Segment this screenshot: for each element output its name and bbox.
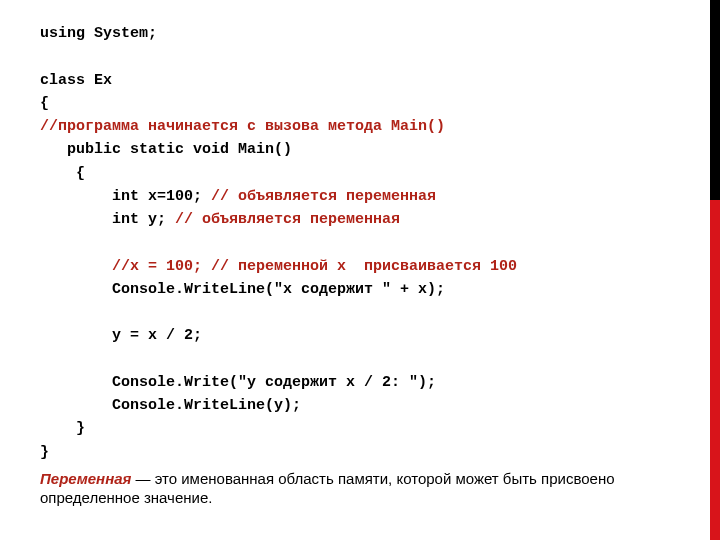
code-line: public static void Main(): [40, 138, 680, 161]
code-comment: //x = 100; // переменной x присваивается…: [40, 255, 680, 278]
accent-red: [710, 200, 720, 540]
definition-note: Переменная — это именованная область пам…: [40, 470, 680, 508]
code-line: int y; // объявляется переменная: [40, 208, 680, 231]
code-line: y = x / 2;: [40, 324, 680, 347]
definition-term: Переменная: [40, 470, 131, 487]
code-line: Console.WriteLine(y);: [40, 394, 680, 417]
blank-line: [40, 348, 680, 371]
code-line: class Ex: [40, 69, 680, 92]
code-line: Console.Write("y содержит x / 2: ");: [40, 371, 680, 394]
code-line: using System;: [40, 22, 680, 45]
code-line: }: [40, 417, 680, 440]
right-accent-bar: [710, 0, 720, 540]
blank-line: [40, 231, 680, 254]
code-line: Console.WriteLine("x содержит " + x);: [40, 278, 680, 301]
code-line: int x=100; // объявляется переменная: [40, 185, 680, 208]
code-line: {: [40, 92, 680, 115]
code-comment: //программа начинается с вызова метода M…: [40, 115, 680, 138]
accent-black: [710, 0, 720, 200]
blank-line: [40, 301, 680, 324]
blank-line: [40, 45, 680, 68]
slide-content: using System; class Ex { //программа нач…: [0, 0, 720, 507]
code-text: int y;: [40, 211, 175, 228]
code-line: {: [40, 162, 680, 185]
code-comment: // объявляется переменная: [175, 211, 400, 228]
code-line: }: [40, 441, 680, 464]
code-comment: // объявляется переменная: [211, 188, 436, 205]
code-text: int x=100;: [40, 188, 211, 205]
